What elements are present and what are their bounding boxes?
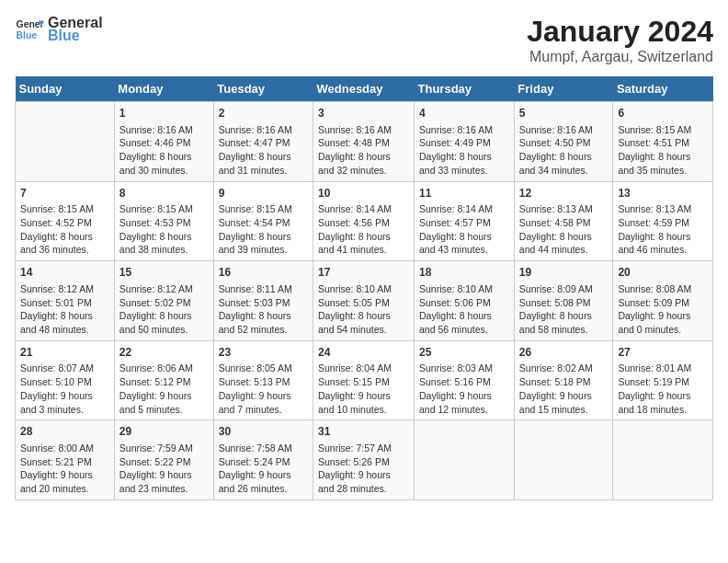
day-cell: 12Sunrise: 8:13 AM Sunset: 4:58 PM Dayli… xyxy=(514,181,613,261)
day-info: Sunrise: 8:04 AM Sunset: 5:15 PM Dayligh… xyxy=(318,362,409,416)
day-info: Sunrise: 8:13 AM Sunset: 4:58 PM Dayligh… xyxy=(519,202,609,257)
day-number: 23 xyxy=(219,345,308,361)
day-number: 3 xyxy=(318,106,409,121)
day-cell: 16Sunrise: 8:11 AM Sunset: 5:03 PM Dayli… xyxy=(213,261,313,341)
day-info: Sunrise: 7:57 AM Sunset: 5:26 PM Dayligh… xyxy=(318,442,409,496)
day-info: Sunrise: 8:12 AM Sunset: 5:02 PM Dayligh… xyxy=(119,282,209,337)
day-info: Sunrise: 8:15 AM Sunset: 4:51 PM Dayligh… xyxy=(618,123,708,178)
day-number: 25 xyxy=(419,345,509,361)
day-info: Sunrise: 8:01 AM Sunset: 5:19 PM Dayligh… xyxy=(618,362,708,416)
day-number: 26 xyxy=(519,345,609,361)
day-info: Sunrise: 8:06 AM Sunset: 5:12 PM Dayligh… xyxy=(119,362,209,416)
header-cell-saturday: Saturday xyxy=(613,76,713,102)
day-cell: 18Sunrise: 8:10 AM Sunset: 5:06 PM Dayli… xyxy=(415,261,515,341)
day-info: Sunrise: 8:14 AM Sunset: 4:57 PM Dayligh… xyxy=(419,202,509,257)
day-number: 2 xyxy=(219,106,308,121)
day-number: 9 xyxy=(219,186,308,201)
day-info: Sunrise: 8:07 AM Sunset: 5:10 PM Dayligh… xyxy=(20,362,109,416)
week-row-4: 21Sunrise: 8:07 AM Sunset: 5:10 PM Dayli… xyxy=(16,340,713,420)
day-info: Sunrise: 7:58 AM Sunset: 5:24 PM Dayligh… xyxy=(219,442,308,496)
day-cell: 17Sunrise: 8:10 AM Sunset: 5:05 PM Dayli… xyxy=(313,261,415,341)
day-cell: 11Sunrise: 8:14 AM Sunset: 4:57 PM Dayli… xyxy=(415,181,515,261)
week-row-5: 28Sunrise: 8:00 AM Sunset: 5:21 PM Dayli… xyxy=(16,420,713,500)
day-number: 24 xyxy=(318,345,409,361)
day-number: 21 xyxy=(20,345,109,361)
day-number: 14 xyxy=(20,265,109,281)
logo-icon: General Blue xyxy=(15,15,44,44)
day-number: 10 xyxy=(318,186,409,201)
day-cell: 28Sunrise: 8:00 AM Sunset: 5:21 PM Dayli… xyxy=(16,420,115,500)
day-number: 13 xyxy=(618,186,708,201)
day-number: 19 xyxy=(519,265,609,281)
day-number: 8 xyxy=(119,186,209,201)
week-row-1: 1Sunrise: 8:16 AM Sunset: 4:46 PM Daylig… xyxy=(16,102,713,182)
day-cell: 29Sunrise: 7:59 AM Sunset: 5:22 PM Dayli… xyxy=(114,420,213,500)
day-cell xyxy=(613,420,713,500)
day-number: 7 xyxy=(20,186,109,201)
day-cell: 27Sunrise: 8:01 AM Sunset: 5:19 PM Dayli… xyxy=(613,340,713,420)
header-cell-sunday: Sunday xyxy=(16,76,115,102)
day-cell: 8Sunrise: 8:15 AM Sunset: 4:53 PM Daylig… xyxy=(114,181,213,261)
day-info: Sunrise: 8:05 AM Sunset: 5:13 PM Dayligh… xyxy=(219,362,308,416)
calendar-title: January 2024 xyxy=(527,15,713,49)
header-row: SundayMondayTuesdayWednesdayThursdayFrid… xyxy=(16,76,713,102)
header-cell-thursday: Thursday xyxy=(415,76,515,102)
day-cell: 20Sunrise: 8:08 AM Sunset: 5:09 PM Dayli… xyxy=(613,261,713,341)
day-cell: 30Sunrise: 7:58 AM Sunset: 5:24 PM Dayli… xyxy=(213,420,313,500)
day-cell xyxy=(415,420,515,500)
day-info: Sunrise: 8:00 AM Sunset: 5:21 PM Dayligh… xyxy=(20,442,109,496)
day-number: 1 xyxy=(119,106,209,121)
calendar-body: 1Sunrise: 8:16 AM Sunset: 4:46 PM Daylig… xyxy=(16,102,713,500)
title-block: January 2024 Mumpf, Aargau, Switzerland xyxy=(527,15,713,65)
day-info: Sunrise: 8:16 AM Sunset: 4:48 PM Dayligh… xyxy=(318,123,409,178)
day-info: Sunrise: 8:15 AM Sunset: 4:53 PM Dayligh… xyxy=(119,202,209,257)
page-header: General Blue General Blue January 2024 M… xyxy=(15,15,713,65)
day-cell: 24Sunrise: 8:04 AM Sunset: 5:15 PM Dayli… xyxy=(313,340,415,420)
week-row-2: 7Sunrise: 8:15 AM Sunset: 4:52 PM Daylig… xyxy=(16,181,713,261)
day-number: 18 xyxy=(419,265,509,281)
day-number: 11 xyxy=(419,186,509,201)
day-number: 12 xyxy=(519,186,609,201)
header-cell-monday: Monday xyxy=(114,76,213,102)
calendar-subtitle: Mumpf, Aargau, Switzerland xyxy=(527,49,713,65)
day-number: 17 xyxy=(318,265,409,281)
day-info: Sunrise: 8:13 AM Sunset: 4:59 PM Dayligh… xyxy=(618,202,708,257)
day-info: Sunrise: 8:16 AM Sunset: 4:46 PM Dayligh… xyxy=(119,123,209,178)
day-cell: 9Sunrise: 8:15 AM Sunset: 4:54 PM Daylig… xyxy=(213,181,313,261)
day-cell: 22Sunrise: 8:06 AM Sunset: 5:12 PM Dayli… xyxy=(114,340,213,420)
day-info: Sunrise: 8:10 AM Sunset: 5:06 PM Dayligh… xyxy=(419,282,509,337)
header-cell-wednesday: Wednesday xyxy=(313,76,415,102)
day-number: 28 xyxy=(20,424,109,440)
day-cell: 19Sunrise: 8:09 AM Sunset: 5:08 PM Dayli… xyxy=(514,261,613,341)
day-cell: 1Sunrise: 8:16 AM Sunset: 4:46 PM Daylig… xyxy=(114,102,213,182)
day-info: Sunrise: 8:15 AM Sunset: 4:52 PM Dayligh… xyxy=(20,202,109,257)
logo: General Blue General Blue xyxy=(15,15,103,44)
day-cell: 3Sunrise: 8:16 AM Sunset: 4:48 PM Daylig… xyxy=(313,102,415,182)
day-number: 31 xyxy=(318,424,409,440)
day-cell: 6Sunrise: 8:15 AM Sunset: 4:51 PM Daylig… xyxy=(613,102,713,182)
day-cell: 4Sunrise: 8:16 AM Sunset: 4:49 PM Daylig… xyxy=(415,102,515,182)
day-cell: 21Sunrise: 8:07 AM Sunset: 5:10 PM Dayli… xyxy=(16,340,115,420)
week-row-3: 14Sunrise: 8:12 AM Sunset: 5:01 PM Dayli… xyxy=(16,261,713,341)
day-number: 20 xyxy=(618,265,708,281)
day-info: Sunrise: 8:15 AM Sunset: 4:54 PM Dayligh… xyxy=(219,202,308,257)
day-cell: 14Sunrise: 8:12 AM Sunset: 5:01 PM Dayli… xyxy=(16,261,115,341)
day-info: Sunrise: 8:16 AM Sunset: 4:49 PM Dayligh… xyxy=(419,123,509,178)
day-info: Sunrise: 8:16 AM Sunset: 4:47 PM Dayligh… xyxy=(219,123,308,178)
day-cell xyxy=(514,420,613,500)
day-cell: 5Sunrise: 8:16 AM Sunset: 4:50 PM Daylig… xyxy=(514,102,613,182)
day-cell: 13Sunrise: 8:13 AM Sunset: 4:59 PM Dayli… xyxy=(613,181,713,261)
header-cell-friday: Friday xyxy=(514,76,613,102)
day-cell xyxy=(16,102,115,182)
day-cell: 10Sunrise: 8:14 AM Sunset: 4:56 PM Dayli… xyxy=(313,181,415,261)
day-number: 27 xyxy=(618,345,708,361)
calendar-header: SundayMondayTuesdayWednesdayThursdayFrid… xyxy=(16,76,713,102)
day-info: Sunrise: 8:12 AM Sunset: 5:01 PM Dayligh… xyxy=(20,282,109,337)
day-number: 30 xyxy=(219,424,308,440)
day-cell: 7Sunrise: 8:15 AM Sunset: 4:52 PM Daylig… xyxy=(16,181,115,261)
day-info: Sunrise: 8:03 AM Sunset: 5:16 PM Dayligh… xyxy=(419,362,509,416)
day-info: Sunrise: 8:09 AM Sunset: 5:08 PM Dayligh… xyxy=(519,282,609,337)
day-info: Sunrise: 8:11 AM Sunset: 5:03 PM Dayligh… xyxy=(219,282,308,337)
day-number: 6 xyxy=(618,106,708,121)
day-number: 29 xyxy=(119,424,209,440)
